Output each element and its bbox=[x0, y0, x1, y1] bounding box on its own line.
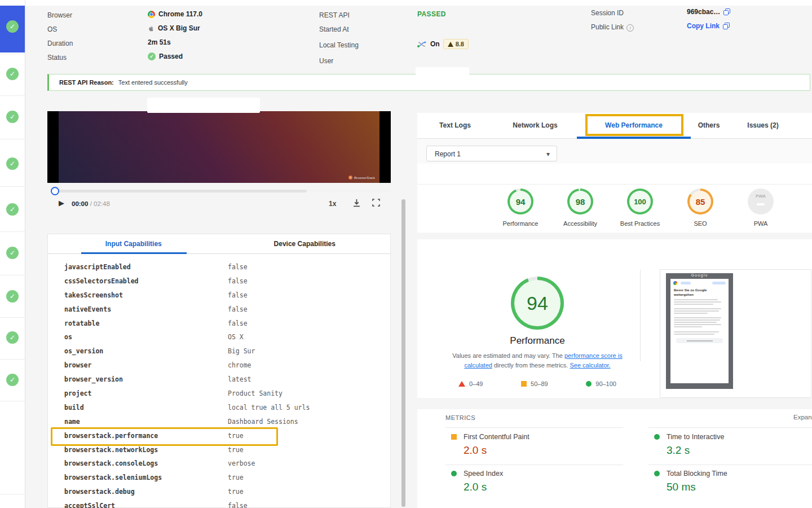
tab-issues[interactable]: Issues (2) bbox=[747, 121, 778, 129]
capability-value: local true all 5 urls bbox=[228, 401, 310, 415]
capability-value: false bbox=[228, 288, 248, 303]
table-row: nativeEventsfalse bbox=[48, 303, 390, 317]
score-label: PWA bbox=[738, 220, 783, 227]
text-line bbox=[674, 317, 721, 318]
see-calculator-link[interactable]: See calculator. bbox=[570, 362, 610, 369]
seekbar-handle[interactable] bbox=[51, 187, 59, 195]
check-circle-icon[interactable]: ✓ bbox=[6, 157, 19, 170]
os-label: OS bbox=[47, 25, 57, 33]
vertical-divider bbox=[640, 270, 641, 361]
check-circle-icon[interactable]: ✓ bbox=[6, 331, 19, 344]
metric-value: 3.2 s bbox=[667, 444, 690, 457]
seekbar-buffer bbox=[54, 190, 307, 192]
video-seekbar[interactable] bbox=[54, 190, 391, 192]
tab-text-logs[interactable]: Text Logs bbox=[439, 121, 471, 129]
metric-value: 2.0 s bbox=[464, 481, 487, 493]
session-video[interactable]: BrowserStack bbox=[47, 111, 391, 183]
warning-triangle-icon bbox=[448, 42, 453, 47]
capability-value: true bbox=[228, 471, 244, 485]
report-dropdown-value: Report 1 bbox=[435, 150, 461, 158]
session-id-value: 969cbac… bbox=[687, 8, 730, 16]
copy-link[interactable]: Copy Link bbox=[687, 22, 730, 30]
copy-icon[interactable] bbox=[723, 23, 730, 29]
expand-button[interactable]: Expand bbox=[793, 414, 812, 421]
browser-value-text: Chrome 117.0 bbox=[158, 10, 202, 18]
legend-poor: 0–49 bbox=[458, 380, 483, 387]
chip bbox=[712, 282, 726, 284]
local-testing-warning-badge[interactable]: 8.8 bbox=[443, 39, 469, 49]
capability-key: browser_version bbox=[64, 373, 123, 387]
tab-network-logs[interactable]: Network Logs bbox=[513, 121, 557, 129]
score-ring: 100 bbox=[627, 189, 653, 214]
legend-good: 90–100 bbox=[586, 380, 616, 387]
tab-device-capabilities[interactable]: Device Capabilities bbox=[219, 234, 391, 253]
metric-name: First Contentful Paint bbox=[464, 433, 529, 441]
capabilities-card: Input Capabilities Device Capabilities j… bbox=[47, 234, 391, 508]
check-circle-icon[interactable]: ✓ bbox=[6, 111, 19, 123]
legend-range: 50–89 bbox=[531, 380, 548, 387]
score-seo: 85 SEO bbox=[678, 189, 723, 227]
pwa-text: PWA bbox=[748, 194, 774, 199]
score-value: 94 bbox=[510, 191, 531, 212]
table-row: takesScreenshotfalse bbox=[48, 288, 390, 303]
capability-key: nativeEvents bbox=[64, 303, 111, 317]
triangle-icon bbox=[458, 381, 465, 387]
circle-icon bbox=[654, 471, 660, 476]
download-icon[interactable] bbox=[352, 199, 361, 207]
local-testing-value: On 8.8 bbox=[417, 39, 469, 49]
apple-icon bbox=[148, 25, 155, 32]
score-accessibility: 98 Accessibility bbox=[558, 189, 603, 227]
rail-divider bbox=[0, 186, 25, 187]
capability-key: acceptSslCert bbox=[64, 499, 115, 508]
capability-value: latest bbox=[228, 373, 251, 387]
thumbnail-screen: Bevor Sie zu Google weitergehen bbox=[670, 279, 729, 383]
chevron-down-icon: ▾ bbox=[546, 146, 550, 162]
rest-api-status: PASSED bbox=[417, 10, 446, 18]
status-label: Status bbox=[47, 54, 67, 62]
check-circle-icon[interactable]: ✓ bbox=[6, 374, 19, 386]
table-row: browser_versionlatest bbox=[48, 373, 390, 387]
section-divider bbox=[417, 398, 812, 409]
copy-icon[interactable] bbox=[723, 8, 730, 15]
consent-button bbox=[676, 338, 723, 343]
consent-heading: Bevor Sie zu Google weitergehen bbox=[670, 286, 729, 298]
check-circle-icon[interactable]: ✓ bbox=[6, 290, 19, 303]
report-dropdown[interactable]: Report 1 ▾ bbox=[426, 146, 557, 161]
score-label: Accessibility bbox=[558, 220, 603, 227]
capability-value: Product Sanity bbox=[228, 387, 283, 401]
check-circle-icon[interactable]: ✓ bbox=[6, 203, 19, 216]
score-value: 85 bbox=[690, 191, 711, 212]
capability-key: build bbox=[64, 401, 84, 415]
score-ring: 85 bbox=[687, 189, 713, 214]
check-circle-icon[interactable]: ✓ bbox=[6, 247, 19, 259]
text-line bbox=[674, 310, 719, 312]
info-icon[interactable]: i bbox=[626, 24, 634, 32]
tab-input-capabilities[interactable]: Input Capabilities bbox=[48, 234, 219, 253]
session-page: ✓ ✓ ✓ ✓ ✓ ✓ ✓ ✓ ✓ Browser Chrome 117.0 O… bbox=[0, 0, 812, 508]
panel-scrollbar[interactable] bbox=[401, 199, 405, 507]
playback-speed-button[interactable]: 1x bbox=[329, 200, 336, 208]
play-button[interactable]: ▶ bbox=[59, 199, 64, 207]
tab-others[interactable]: Others bbox=[698, 121, 720, 129]
metrics-section-title: METRICS bbox=[445, 414, 475, 421]
check-circle-icon[interactable]: ✓ bbox=[6, 68, 19, 80]
circle-icon bbox=[451, 471, 457, 476]
score-value: 98 bbox=[570, 191, 591, 212]
page-screenshot-thumbnail[interactable]: Google Bevor Sie zu Google weitergehen bbox=[666, 273, 733, 389]
chrome-icon bbox=[148, 11, 155, 18]
table-row: nameDashboard Sessions bbox=[48, 415, 390, 429]
chip bbox=[681, 282, 691, 284]
public-link-label: Public Linki bbox=[591, 23, 634, 32]
text-line bbox=[674, 308, 721, 309]
check-circle-icon[interactable]: ✓ bbox=[6, 20, 19, 33]
capability-value: Big Sur bbox=[228, 344, 255, 358]
fullscreen-icon[interactable] bbox=[372, 199, 380, 207]
table-row: osOS X bbox=[48, 330, 390, 344]
rest-api-label: REST API bbox=[319, 11, 350, 19]
capability-value: false bbox=[228, 274, 248, 288]
reason-value: Text entered successfully bbox=[118, 79, 188, 86]
active-tab-underline bbox=[81, 252, 187, 254]
warning-count: 8.8 bbox=[456, 41, 464, 47]
web-performance-tab-highlight bbox=[585, 114, 683, 136]
redaction-overlay bbox=[147, 98, 260, 113]
